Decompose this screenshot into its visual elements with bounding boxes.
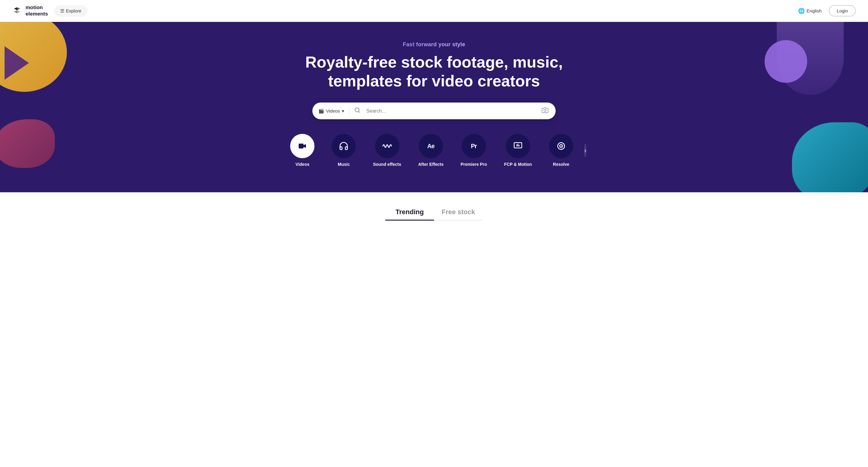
search-icon <box>354 107 361 113</box>
tabs-section: Trending Free stock <box>0 192 868 227</box>
tab-list: Trending Free stock <box>385 204 483 221</box>
decorative-purple-circle <box>765 40 807 83</box>
search-icon-button[interactable] <box>351 105 364 117</box>
svg-point-8 <box>560 146 562 147</box>
search-divider <box>349 107 349 115</box>
sound-effects-icon <box>375 134 399 158</box>
category-item-after-effects[interactable]: Ae After Effects <box>410 134 452 167</box>
logo-text: motion elements <box>26 5 48 17</box>
hamburger-icon: ☰ <box>60 8 64 14</box>
after-effects-label: After Effects <box>418 162 443 167</box>
music-icon <box>332 134 356 158</box>
explore-label: Explore <box>66 8 82 13</box>
premiere-pro-icon: Pr <box>462 134 486 158</box>
hero-content: Fast forward your style Royalty-free sto… <box>297 41 571 167</box>
category-item-music[interactable]: Music <box>323 134 364 167</box>
after-effects-icon: Ae <box>419 134 443 158</box>
svg-line-2 <box>358 111 360 113</box>
decorative-arrow-shape <box>5 46 29 80</box>
search-input[interactable] <box>364 106 539 116</box>
decorative-pink-shape <box>0 119 55 168</box>
search-bar: 🎬 Videos ▾ <box>312 103 556 119</box>
svg-point-3 <box>544 110 546 112</box>
category-item-sound-effects[interactable]: Sound effects <box>364 134 410 167</box>
navbar-left: motion elements ☰ Explore <box>12 5 88 17</box>
search-dropdown-label: Videos <box>326 108 340 114</box>
svg-marker-0 <box>5 46 29 80</box>
category-list: Videos Music Sound ef <box>297 134 571 167</box>
music-label: Music <box>338 162 350 167</box>
resolve-icon <box>549 134 573 158</box>
tab-trending[interactable]: Trending <box>385 204 434 221</box>
search-type-dropdown[interactable]: 🎬 Videos ▾ <box>315 105 348 117</box>
explore-button[interactable]: ☰ Explore <box>54 5 88 17</box>
login-button[interactable]: Login <box>829 5 856 17</box>
chevron-down-icon: ▾ <box>342 108 344 114</box>
tab-free-stock[interactable]: Free stock <box>434 204 483 221</box>
category-item-resolve[interactable]: Resolve <box>540 134 582 167</box>
globe-icon: 🌐 <box>798 8 805 14</box>
categories-next-arrow[interactable]: › <box>584 144 586 157</box>
navbar-right: 🌐 English Login <box>798 5 856 17</box>
fcp-motion-icon <box>506 134 530 158</box>
hero-tagline: Fast forward your style <box>403 41 465 48</box>
premiere-pro-label: Premiere Pro <box>461 162 487 167</box>
hero-title: Royalty-free stock footage, music, templ… <box>305 53 563 91</box>
navbar: motion elements ☰ Explore 🌐 English Logi… <box>0 0 868 22</box>
videos-icon <box>290 134 314 158</box>
svg-rect-4 <box>299 144 304 148</box>
category-item-premiere-pro[interactable]: Pr Premiere Pro <box>452 134 495 167</box>
video-dropdown-icon: 🎬 <box>318 108 324 114</box>
logo-icon <box>12 5 23 17</box>
resolve-label: Resolve <box>553 162 569 167</box>
camera-icon <box>542 107 548 114</box>
videos-label: Videos <box>296 162 310 167</box>
hero-section: Fast forward your style Royalty-free sto… <box>0 22 868 192</box>
visual-search-button[interactable] <box>539 104 551 117</box>
fcp-motion-label: FCP & Motion <box>504 162 532 167</box>
category-item-videos[interactable]: Videos <box>282 134 323 167</box>
language-button[interactable]: 🌐 English <box>798 8 822 14</box>
language-label: English <box>807 8 822 13</box>
decorative-teal-shape <box>792 122 868 192</box>
logo[interactable]: motion elements <box>12 5 48 17</box>
sound-effects-label: Sound effects <box>373 162 401 167</box>
category-item-fcp-motion[interactable]: FCP & Motion <box>495 134 540 167</box>
